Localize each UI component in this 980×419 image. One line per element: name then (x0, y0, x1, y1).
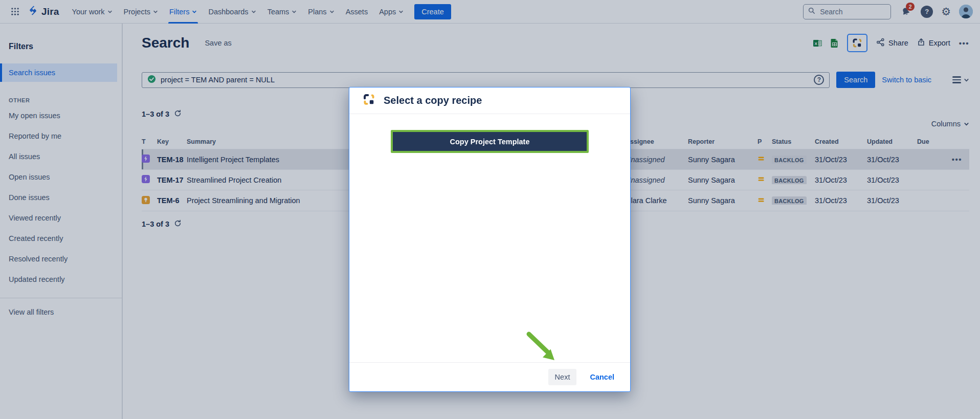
cancel-button[interactable]: Cancel (587, 372, 617, 382)
copy-project-template-button[interactable]: Copy Project Template (391, 130, 589, 153)
dialog-title: Select a copy recipe (384, 95, 482, 106)
copy-recipe-dialog: Select a copy recipe Copy Project Templa… (349, 87, 631, 392)
copy-recipe-icon (362, 93, 376, 108)
next-button[interactable]: Next (548, 369, 577, 385)
